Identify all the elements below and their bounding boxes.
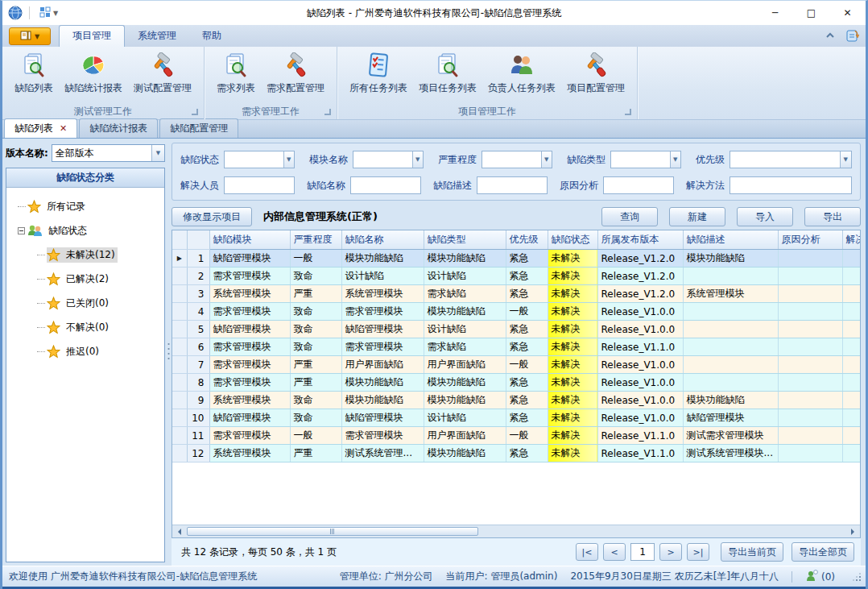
page-number-input[interactable]: [630, 543, 655, 561]
resolver-input[interactable]: [224, 176, 295, 194]
tree-resolved[interactable]: 已解决(2): [6, 267, 164, 291]
export-all-pages-button[interactable]: 导出全部页: [792, 542, 854, 562]
defect-status-select-value[interactable]: [225, 151, 283, 168]
tab-help[interactable]: 帮助: [189, 26, 234, 47]
maximize-button[interactable]: □: [793, 1, 829, 25]
scrollbar-thumb[interactable]: [187, 527, 478, 536]
tree-unresolved[interactable]: 未解决(12): [6, 243, 164, 267]
chevron-down-icon[interactable]: ▼: [151, 145, 164, 161]
prev-page-button[interactable]: <: [603, 543, 626, 561]
dialog-launcher-icon[interactable]: [324, 109, 331, 115]
requirement-list-button[interactable]: 需求列表: [211, 50, 261, 97]
message-indicator[interactable]: (0): [805, 570, 835, 584]
cause-analysis-input[interactable]: [603, 176, 674, 194]
tree-all-records[interactable]: 所有记录: [6, 194, 164, 218]
table-row[interactable]: 8需求管理模块严重模块功能缺陷模块功能缺陷紧急未解决Release_V1.0.0: [172, 374, 860, 392]
ribbon-collapse-icon[interactable]: [824, 30, 837, 44]
column-header[interactable]: 缺陷名称: [341, 230, 424, 250]
sidebar-splitter[interactable]: [165, 139, 172, 566]
defect-status-select[interactable]: ▼: [224, 151, 295, 168]
chevron-down-icon[interactable]: ▼: [840, 151, 851, 168]
defect-name-input-value[interactable]: [351, 177, 420, 193]
table-row[interactable]: 7需求管理模块严重用户界面缺陷用户界面缺陷一般未解决Release_V1.0.0: [172, 356, 860, 374]
collapse-minus-icon[interactable]: [18, 227, 25, 234]
requirement-config-button[interactable]: 需求配置管理: [261, 50, 330, 97]
export-current-page-button[interactable]: 导出当前页: [721, 542, 783, 562]
table-row[interactable]: 5缺陷管理模块致命缺陷管理模块设计缺陷紧急未解决Release_V1.0.0: [172, 321, 860, 338]
scroll-right-arrow-icon[interactable]: [847, 525, 860, 537]
last-page-button[interactable]: >|: [687, 543, 709, 561]
table-row[interactable]: ▶1缺陷管理模块一般模块功能缺陷模块功能缺陷紧急未解决Release_V1.2.…: [172, 250, 860, 268]
minimize-button[interactable]: ─: [757, 1, 793, 25]
horizontal-scrollbar[interactable]: [172, 525, 860, 537]
dialog-launcher-icon[interactable]: [192, 109, 198, 115]
dialog-launcher-icon[interactable]: [625, 109, 631, 115]
defect-desc-input[interactable]: [477, 176, 548, 194]
tree-wont-fix[interactable]: 不解决(0): [6, 315, 164, 339]
column-header[interactable]: 原因分析: [778, 230, 842, 250]
table-row[interactable]: 9系统管理模块致命模块功能缺陷模块功能缺陷紧急未解决Release_V1.0.0…: [172, 392, 860, 409]
modify-display-items-button[interactable]: 修改显示项目: [172, 207, 252, 226]
export-button[interactable]: 导出: [804, 207, 861, 226]
defect-list-button[interactable]: 缺陷列表: [9, 50, 59, 97]
next-page-button[interactable]: >: [659, 543, 682, 561]
doctab-defect-report[interactable]: 缺陷统计报表: [79, 118, 158, 138]
project-tasks-button[interactable]: 项目任务列表: [413, 50, 482, 97]
project-config-button[interactable]: 项目配置管理: [561, 50, 630, 97]
column-header[interactable]: 缺陷状态: [548, 230, 597, 250]
tree-defect-status[interactable]: 缺陷状态: [6, 218, 164, 243]
severity-select-value[interactable]: [482, 151, 541, 168]
help-icon[interactable]: [845, 28, 859, 45]
solution-input-value[interactable]: [730, 177, 851, 193]
column-header[interactable]: 缺陷类型: [424, 230, 506, 250]
doctab-defect-list[interactable]: 缺陷列表✕: [4, 118, 77, 138]
column-header[interactable]: 所属发布版本: [597, 230, 683, 250]
table-row[interactable]: 11需求管理模块一般需求管理模块用户界面缺陷一般未解决Release_V1.1.…: [172, 427, 860, 445]
defect-type-select[interactable]: ▼: [610, 151, 681, 168]
query-button[interactable]: 查询: [601, 207, 658, 226]
priority-select-value[interactable]: [730, 151, 840, 168]
defect-type-select-value[interactable]: [611, 151, 670, 168]
chevron-down-icon[interactable]: ▼: [670, 151, 680, 168]
table-row[interactable]: 6需求管理模块致命需求管理模块需求缺陷紧急未解决Release_V1.1.0: [172, 338, 860, 356]
doctab-defect-config[interactable]: 缺陷配置管理: [159, 118, 238, 138]
new-button[interactable]: 新建: [669, 207, 725, 226]
column-header[interactable]: 缺陷模块: [209, 230, 290, 250]
column-header[interactable]: 缺陷描述: [683, 230, 778, 250]
tree-postponed[interactable]: 推迟(0): [6, 339, 164, 363]
table-row[interactable]: 10缺陷管理模块致命缺陷管理模块设计缺陷紧急未解决Release_V1.0.0缺…: [172, 409, 860, 427]
table-row[interactable]: 2需求管理模块致命设计缺陷设计缺陷紧急未解决Release_V1.2.0: [172, 268, 860, 285]
table-row[interactable]: 3系统管理模块严重系统管理模块需求缺陷紧急未解决Release_V1.2.0系统…: [172, 285, 860, 303]
module-name-select-value[interactable]: [353, 151, 412, 168]
tab-project-management[interactable]: 项目管理: [59, 25, 125, 47]
table-row[interactable]: 4需求管理模块致命需求管理模块模块功能缺陷一般未解决Release_V1.0.0: [172, 303, 860, 321]
scroll-left-arrow-icon[interactable]: [172, 525, 185, 537]
quick-access-toolbar-button[interactable]: ▼: [36, 5, 61, 22]
defect-report-button[interactable]: 缺陷统计报表: [59, 50, 128, 97]
close-tab-icon[interactable]: ✕: [60, 123, 67, 134]
owner-tasks-button[interactable]: 负责人任务列表: [482, 50, 561, 97]
module-name-select[interactable]: ▼: [353, 151, 424, 168]
column-header[interactable]: 严重程度: [290, 230, 341, 250]
import-button[interactable]: 导入: [737, 207, 793, 226]
chevron-down-icon[interactable]: ▼: [541, 151, 552, 168]
test-config-button[interactable]: 测试配置管理: [128, 50, 197, 97]
solution-input[interactable]: [730, 176, 852, 194]
priority-select[interactable]: ▼: [730, 151, 852, 168]
column-header[interactable]: 优先级: [506, 230, 548, 250]
cause-analysis-input-value[interactable]: [604, 177, 673, 193]
app-menu-button[interactable]: ▼: [9, 27, 51, 45]
chevron-down-icon[interactable]: ▼: [412, 151, 423, 168]
resize-grip-icon[interactable]: [853, 573, 861, 581]
defect-desc-input-value[interactable]: [477, 177, 547, 193]
version-select[interactable]: 全部版本 ▼: [52, 144, 165, 162]
defect-name-input[interactable]: [350, 176, 421, 194]
resolver-input-value[interactable]: [225, 177, 294, 193]
tab-system-management[interactable]: 系统管理: [125, 26, 189, 47]
scrollbar-track[interactable]: [185, 525, 847, 537]
tree-closed[interactable]: 已关闭(0): [6, 291, 164, 315]
severity-select[interactable]: ▼: [482, 151, 552, 168]
table-row[interactable]: 12系统管理模块严重测试系统管理...模块功能缺陷紧急未解决Release_V1…: [172, 445, 860, 462]
all-tasks-button[interactable]: 所有任务列表: [344, 50, 413, 97]
first-page-button[interactable]: |<: [576, 543, 598, 561]
